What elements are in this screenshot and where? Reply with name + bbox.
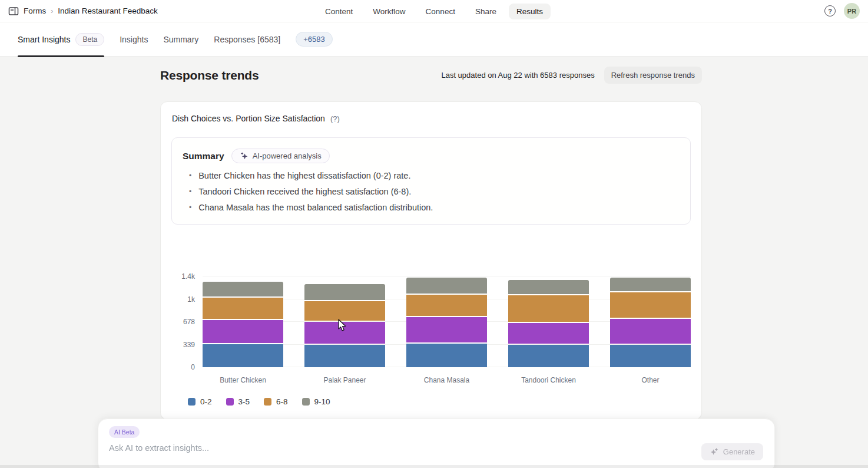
segment-3-5[interactable] [203,320,283,343]
tab-insights[interactable]: Insights [120,22,148,57]
segment-9-10[interactable] [508,280,589,295]
tab-responses-label: Responses [6583] [214,35,280,44]
help-hint-icon[interactable]: (?) [330,114,340,123]
nav-content[interactable]: Content [317,4,360,19]
segment-0-2[interactable] [508,345,589,367]
y-tick-label: 0 [191,363,195,371]
viewport-bottom-edge [0,465,868,468]
segment-3-5[interactable] [508,323,589,344]
nav-results[interactable]: Results [509,4,551,19]
segment-6-8[interactable] [508,295,589,322]
page-title: Response trends [160,68,259,83]
refresh-response-trends-button[interactable]: Refresh response trends [604,67,702,84]
segment-0-2[interactable] [203,344,283,367]
x-axis-label: Tandoori Chicken [508,376,589,384]
nav-connect[interactable]: Connect [418,4,463,19]
tab-smart-insights-label: Smart Insights [18,35,70,44]
stacked-bar-chart: 03396781k1.4k Butter ChickenPalak Paneer… [171,276,691,406]
bar-butter-chicken[interactable] [203,276,283,367]
y-tick-label: 678 [183,318,195,326]
plot-area [203,276,691,367]
legend-swatch [226,398,234,406]
last-updated-text: Last updated on Aug 22 with 6583 respons… [441,71,594,80]
legend-item-6-8[interactable]: 6-8 [264,397,288,406]
top-header: Forms › Indian Restaurant Feedback Conte… [0,0,868,22]
chart-legend: 0-23-56-89-10 [171,397,691,406]
legend-item-9-10[interactable]: 9-10 [302,397,330,406]
summary-title: Summary [183,151,224,162]
ai-powered-analysis-badge: AI-powered analysis [231,149,330,163]
main-content: Response trends Last updated on Aug 22 w… [160,67,702,420]
ai-powered-analysis-label: AI-powered analysis [253,151,322,160]
help-icon[interactable]: ? [824,5,836,17]
x-axis-label: Butter Chicken [203,376,283,384]
legend-label: 6-8 [276,397,288,406]
bar-tandoori-chicken[interactable] [508,276,589,367]
avatar[interactable]: PR [844,3,860,19]
segment-6-8[interactable] [610,292,691,318]
segment-3-5[interactable] [610,319,691,344]
forms-logo-icon[interactable] [8,6,19,17]
legend-item-3-5[interactable]: 3-5 [226,397,250,406]
generate-button[interactable]: Generate [701,443,763,460]
chart-card-title: Dish Choices vs. Portion Size Satisfacti… [172,114,325,123]
sparkle-icon [240,151,249,160]
segment-6-8[interactable] [304,301,385,321]
breadcrumb: Forms › Indian Restaurant Feedback [8,6,158,17]
segment-6-8[interactable] [406,295,487,316]
segment-0-2[interactable] [304,345,385,367]
ai-beta-badge: AI Beta [109,426,140,438]
legend-item-0-2[interactable]: 0-2 [188,397,212,406]
segment-9-10[interactable] [304,284,385,299]
legend-label: 3-5 [238,397,250,406]
legend-swatch [188,398,196,406]
segment-9-10[interactable] [203,282,283,296]
x-axis-label: Other [610,376,691,384]
bar-palak-paneer[interactable] [304,276,385,367]
legend-swatch [264,398,271,406]
segment-0-2[interactable] [610,345,691,367]
y-tick-label: 1.4k [181,272,195,281]
tab-bar: Smart Insights Beta Insights Summary Res… [0,22,868,57]
tab-responses[interactable]: Responses [6583] [214,22,280,57]
breadcrumb-form-title: Indian Restaurant Feedback [58,6,158,15]
x-axis-label: Chana Masala [406,376,487,384]
x-axis-labels: Butter ChickenPalak PaneerChana MasalaTa… [203,376,691,384]
breadcrumb-app[interactable]: Forms [24,6,46,15]
segment-6-8[interactable] [203,298,283,319]
ai-ask-bar: AI Beta Ask AI to extract insights... Ge… [98,418,775,468]
x-axis-label: Palak Paneer [304,376,385,384]
trend-card: Dish Choices vs. Portion Size Satisfacti… [160,101,702,420]
tab-summary[interactable]: Summary [163,22,198,57]
y-axis: 03396781k1.4k [171,276,203,367]
tab-insights-label: Insights [120,35,148,44]
sparkle-plus-icon [710,447,718,456]
ask-ai-input[interactable]: Ask AI to extract insights... [109,443,764,453]
nav-share[interactable]: Share [468,4,504,19]
bar-other[interactable] [610,276,691,367]
summary-bullet: Butter Chicken has the highest dissatisf… [183,168,680,184]
summary-box: Summary AI-powered analysis Butter Chick… [171,137,691,225]
main-nav: Content Workflow Connect Share Results [317,0,551,22]
segment-9-10[interactable] [406,278,487,294]
y-tick-label: 339 [183,341,195,349]
bar-chana-masala[interactable] [406,276,487,367]
tab-summary-label: Summary [163,35,198,44]
beta-badge: Beta [75,33,104,46]
responses-count-pill[interactable]: +6583 [296,32,333,47]
segment-3-5[interactable] [304,322,385,344]
tab-smart-insights[interactable]: Smart Insights Beta [18,22,104,57]
summary-bullet: Tandoori Chicken received the highest sa… [183,184,680,200]
segment-3-5[interactable] [406,317,487,342]
segment-0-2[interactable] [406,344,487,367]
summary-bullet: Chana Masala has the most balanced satis… [183,200,680,216]
legend-swatch [302,398,310,406]
generate-label: Generate [723,447,755,456]
legend-label: 0-2 [200,397,212,406]
nav-workflow[interactable]: Workflow [365,4,413,19]
segment-9-10[interactable] [610,278,691,291]
summary-bullets: Butter Chicken has the highest dissatisf… [183,168,680,216]
y-tick-label: 1k [187,295,195,304]
legend-label: 9-10 [314,397,330,406]
breadcrumb-chevron-icon: › [51,7,53,15]
